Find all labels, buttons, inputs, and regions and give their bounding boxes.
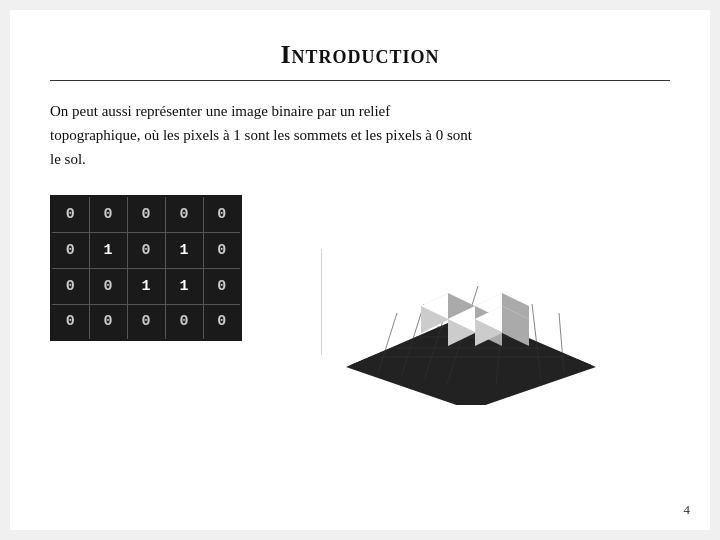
grid-cell: 0 — [51, 232, 89, 268]
grid-cell: 1 — [89, 232, 127, 268]
binary-grid: 00000010100011000000 — [50, 195, 242, 341]
grid-cell: 1 — [165, 268, 203, 304]
content-row: 00000010100011000000 — [50, 195, 670, 405]
body-line-2: topographique, où les pixels à 1 sont le… — [50, 127, 472, 143]
grid-cell: 0 — [165, 196, 203, 232]
body-line-3: le sol. — [50, 151, 86, 167]
grid-cell: 0 — [89, 196, 127, 232]
grid-cell: 0 — [127, 304, 165, 340]
grid-cell: 1 — [127, 268, 165, 304]
relief-svg — [321, 195, 621, 405]
body-text: On peut aussi représenter une image bina… — [50, 99, 670, 171]
body-line-1: On peut aussi représenter une image bina… — [50, 103, 390, 119]
page-number: 4 — [684, 502, 691, 518]
slide-title: Introduction — [50, 40, 670, 70]
grid-cell: 1 — [165, 232, 203, 268]
grid-cell: 0 — [203, 268, 241, 304]
grid-cell: 0 — [51, 196, 89, 232]
grid-cell: 0 — [127, 232, 165, 268]
title-divider — [50, 80, 670, 81]
grid-cell: 0 — [203, 304, 241, 340]
relief-container — [272, 195, 670, 405]
grid-cell: 0 — [51, 304, 89, 340]
grid-cell: 0 — [89, 268, 127, 304]
grid-cell: 0 — [165, 304, 203, 340]
grid-cell: 0 — [203, 196, 241, 232]
grid-cell: 0 — [203, 232, 241, 268]
grid-cell: 0 — [127, 196, 165, 232]
grid-cell: 0 — [51, 268, 89, 304]
grid-cell: 0 — [89, 304, 127, 340]
slide: Introduction On peut aussi représenter u… — [10, 10, 710, 530]
